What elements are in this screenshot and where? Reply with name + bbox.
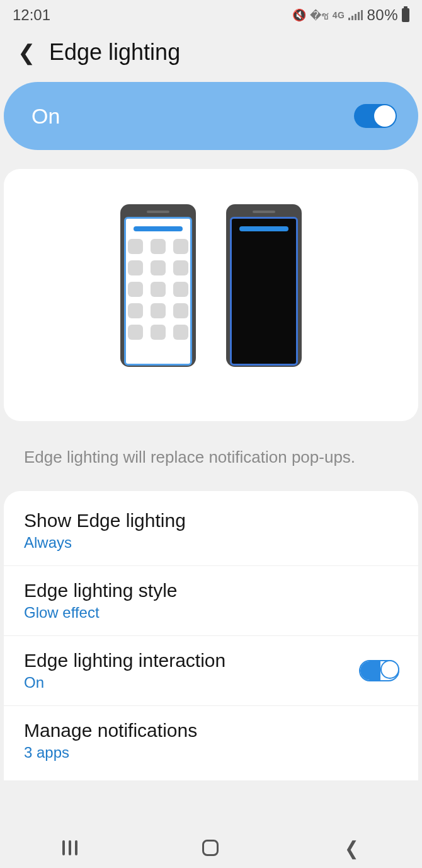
toggle-knob — [374, 105, 396, 127]
setting-title: Edge lighting style — [24, 580, 178, 601]
setting-value: Always — [24, 534, 186, 552]
show-edge-lighting-row[interactable]: Show Edge lighting Always — [4, 496, 418, 566]
setting-value: On — [24, 674, 225, 692]
home-button[interactable] — [202, 840, 219, 856]
back-nav-button[interactable]: ❮ — [345, 837, 359, 859]
page-title: Edge lighting — [49, 39, 180, 66]
master-toggle[interactable] — [354, 104, 397, 128]
interaction-toggle[interactable] — [359, 660, 399, 681]
setting-title: Manage notifications — [24, 720, 197, 741]
notification-bar-icon — [239, 226, 288, 231]
app-grid-icon — [128, 239, 188, 340]
setting-value: Glow effect — [24, 604, 178, 622]
network-type: 4G — [333, 10, 345, 20]
notification-bar-icon — [134, 226, 183, 231]
toggle-knob — [380, 660, 399, 679]
master-toggle-row[interactable]: On — [4, 82, 418, 150]
description-text: Edge lighting will replace notification … — [0, 421, 422, 486]
preview-card — [4, 169, 418, 421]
manage-notifications-row[interactable]: Manage notifications 3 apps — [4, 706, 418, 775]
preview-phone-light — [120, 204, 196, 367]
edge-lighting-interaction-row[interactable]: Edge lighting interaction On — [4, 636, 418, 706]
battery-icon — [402, 8, 409, 22]
status-bar: 12:01 🔇 �ช 4G 80% — [0, 0, 422, 28]
status-indicators: 🔇 �ช 4G 80% — [292, 6, 409, 25]
setting-title: Show Edge lighting — [24, 510, 186, 531]
page-header: ❮ Edge lighting — [0, 28, 422, 82]
master-toggle-label: On — [31, 104, 60, 129]
setting-title: Edge lighting interaction — [24, 650, 225, 671]
signal-icon — [348, 10, 363, 20]
wifi-icon: �ช — [310, 6, 329, 25]
mute-icon: 🔇 — [292, 8, 306, 22]
edge-lighting-style-row[interactable]: Edge lighting style Glow effect — [4, 566, 418, 636]
setting-value: 3 apps — [24, 744, 197, 761]
back-button[interactable]: ❮ — [18, 42, 35, 63]
preview-phone-dark — [226, 204, 302, 367]
battery-percentage: 80% — [367, 6, 398, 24]
settings-list: Show Edge lighting Always Edge lighting … — [4, 491, 418, 780]
navigation-bar: ❮ — [0, 828, 422, 868]
recents-button[interactable] — [62, 840, 77, 855]
status-time: 12:01 — [13, 6, 50, 24]
